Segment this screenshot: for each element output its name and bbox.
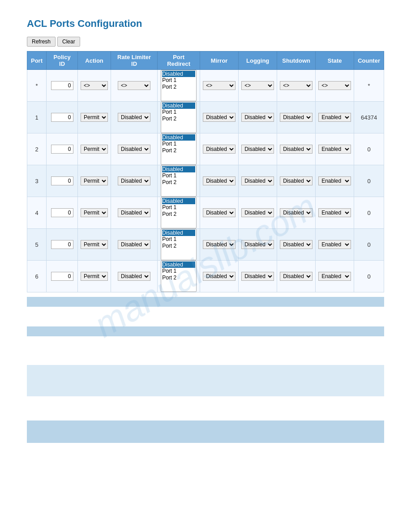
port-redirect-listbox-4[interactable]: DisabledPort 1Port 2 <box>161 197 197 228</box>
port-redirect-listbox-6[interactable]: DisabledPort 1Port 2 <box>161 261 197 292</box>
mirror-cell-5: DisabledEnabled <box>200 229 239 261</box>
port-redirect-listbox-2[interactable]: DisabledPort 1Port 2 <box>161 133 197 165</box>
policy-id-cell-4 <box>47 197 78 229</box>
policy-id-cell-6 <box>47 261 78 292</box>
action-cell-6: PermitDeny <box>78 261 111 292</box>
counter-cell-wildcard: * <box>354 70 384 102</box>
rate-limiter-select-3[interactable]: Disabled123 <box>118 176 150 185</box>
port-redirect-listbox-wildcard[interactable]: Disabled Port 1 Port 2 <box>161 70 197 101</box>
counter-cell-1: 64374 <box>354 102 384 133</box>
rate-limiter-select-2[interactable]: Disabled123 <box>118 145 150 154</box>
mirror-select-2[interactable]: DisabledEnabled <box>203 145 235 154</box>
action-select-1[interactable]: PermitDeny <box>81 113 108 122</box>
shutdown-select-2[interactable]: DisabledEnabled <box>280 145 313 154</box>
mirror-select-6[interactable]: DisabledEnabled <box>203 272 235 281</box>
policy-id-input-wildcard[interactable] <box>51 81 73 90</box>
shutdown-select-1[interactable]: DisabledEnabled <box>280 113 313 122</box>
footer-bar-6 <box>27 397 384 420</box>
action-select-2[interactable]: PermitDeny <box>81 145 108 154</box>
mirror-select-wildcard[interactable]: <> Disabled Enabled <box>203 81 235 90</box>
state-select-6[interactable]: EnabledDisabled <box>318 272 351 281</box>
mirror-select-3[interactable]: DisabledEnabled <box>203 176 235 185</box>
rate-limiter-select-wildcard[interactable]: <> Disabled <box>118 81 150 90</box>
table-row-5: 5PermitDenyDisabled123DisabledPort 1Port… <box>27 229 384 261</box>
refresh-button[interactable]: Refresh <box>27 37 56 47</box>
logging-cell-3: DisabledEnabled <box>239 165 277 197</box>
shutdown-select-wildcard[interactable]: <> Disabled Enabled <box>280 81 313 90</box>
footer-bar-4 <box>27 337 384 364</box>
port-redirect-listbox-5[interactable]: DisabledPort 1Port 2 <box>161 229 197 260</box>
rate-limiter-cell-1: Disabled123 <box>111 102 158 133</box>
state-select-5[interactable]: EnabledDisabled <box>318 240 351 249</box>
mirror-cell-3: DisabledEnabled <box>200 165 239 197</box>
logging-select-2[interactable]: DisabledEnabled <box>241 145 274 154</box>
action-select-6[interactable]: PermitDeny <box>81 272 108 281</box>
port-cell-2: 2 <box>27 133 47 165</box>
shutdown-cell-2: DisabledEnabled <box>277 133 316 165</box>
shutdown-cell-1: DisabledEnabled <box>277 102 316 133</box>
shutdown-cell-3: DisabledEnabled <box>277 165 316 197</box>
acl-ports-table: Port Policy ID Action Rate Limiter ID Po… <box>27 51 384 292</box>
state-select-wildcard[interactable]: <> Enabled Disabled <box>318 81 351 90</box>
logging-select-6[interactable]: DisabledEnabled <box>241 272 274 281</box>
port-redirect-listbox-1[interactable]: DisabledPort 1Port 2 <box>161 102 197 133</box>
shutdown-cell-wildcard: <> Disabled Enabled <box>277 70 316 102</box>
logging-select-1[interactable]: DisabledEnabled <box>241 113 274 122</box>
policy-id-input-1[interactable] <box>51 113 73 122</box>
state-select-3[interactable]: EnabledDisabled <box>318 176 351 185</box>
port-redirect-cell-5: DisabledPort 1Port 2 <box>158 229 200 261</box>
policy-id-input-5[interactable] <box>51 240 73 249</box>
port-cell-3: 3 <box>27 165 47 197</box>
policy-id-input-6[interactable] <box>51 272 73 281</box>
state-cell-5: EnabledDisabled <box>316 229 354 261</box>
policy-id-input-2[interactable] <box>51 145 73 154</box>
mirror-cell-2: DisabledEnabled <box>200 133 239 165</box>
col-header-state: State <box>316 51 354 70</box>
mirror-cell-wildcard: <> Disabled Enabled <box>200 70 239 102</box>
logging-select-3[interactable]: DisabledEnabled <box>241 176 274 185</box>
action-select-3[interactable]: PermitDeny <box>81 176 108 185</box>
shutdown-select-6[interactable]: DisabledEnabled <box>280 272 313 281</box>
col-header-shutdown: Shutdown <box>277 51 316 70</box>
logging-select-4[interactable]: DisabledEnabled <box>241 208 274 217</box>
rate-limiter-cell-5: Disabled123 <box>111 229 158 261</box>
state-select-1[interactable]: EnabledDisabled <box>318 113 351 122</box>
action-cell-2: PermitDeny <box>78 133 111 165</box>
state-select-4[interactable]: EnabledDisabled <box>318 208 351 217</box>
rate-limiter-select-1[interactable]: Disabled123 <box>118 113 150 122</box>
mirror-select-4[interactable]: DisabledEnabled <box>203 208 235 217</box>
port-cell-4: 4 <box>27 197 47 229</box>
logging-select-wildcard[interactable]: <> Disabled Enabled <box>241 81 274 90</box>
shutdown-select-4[interactable]: DisabledEnabled <box>280 208 313 217</box>
shutdown-cell-6: DisabledEnabled <box>277 261 316 292</box>
action-select-5[interactable]: PermitDeny <box>81 240 108 249</box>
policy-id-input-4[interactable] <box>51 208 73 217</box>
mirror-select-5[interactable]: DisabledEnabled <box>203 240 235 249</box>
rate-limiter-cell-3: Disabled123 <box>111 165 158 197</box>
logging-select-5[interactable]: DisabledEnabled <box>241 240 274 249</box>
state-select-2[interactable]: EnabledDisabled <box>318 145 351 154</box>
rate-limiter-select-4[interactable]: Disabled123 <box>118 208 150 217</box>
rate-limiter-select-5[interactable]: Disabled123 <box>118 240 150 249</box>
footer-bar-8 <box>27 444 384 532</box>
action-select-4[interactable]: PermitDeny <box>81 208 108 217</box>
rate-limiter-select-6[interactable]: Disabled123 <box>118 272 150 281</box>
shutdown-cell-4: DisabledEnabled <box>277 197 316 229</box>
table-row-4: 4PermitDenyDisabled123DisabledPort 1Port… <box>27 197 384 229</box>
mirror-select-1[interactable]: DisabledEnabled <box>203 113 235 122</box>
action-select-wildcard[interactable]: <> Permit Deny <box>81 81 108 90</box>
shutdown-select-3[interactable]: DisabledEnabled <box>280 176 313 185</box>
clear-button[interactable]: Clear <box>57 37 80 47</box>
port-redirect-listbox-3[interactable]: DisabledPort 1Port 2 <box>161 165 197 197</box>
state-cell-2: EnabledDisabled <box>316 133 354 165</box>
port-redirect-cell-3: DisabledPort 1Port 2 <box>158 165 200 197</box>
col-header-action: Action <box>78 51 111 70</box>
policy-id-input-3[interactable] <box>51 176 73 185</box>
shutdown-select-5[interactable]: DisabledEnabled <box>280 240 313 249</box>
col-header-port: Port <box>27 51 47 70</box>
logging-cell-1: DisabledEnabled <box>239 102 277 133</box>
state-cell-1: EnabledDisabled <box>316 102 354 133</box>
mirror-cell-4: DisabledEnabled <box>200 197 239 229</box>
col-header-policy-id: Policy ID <box>47 51 78 70</box>
rate-limiter-cell-wildcard: <> Disabled <box>111 70 158 102</box>
